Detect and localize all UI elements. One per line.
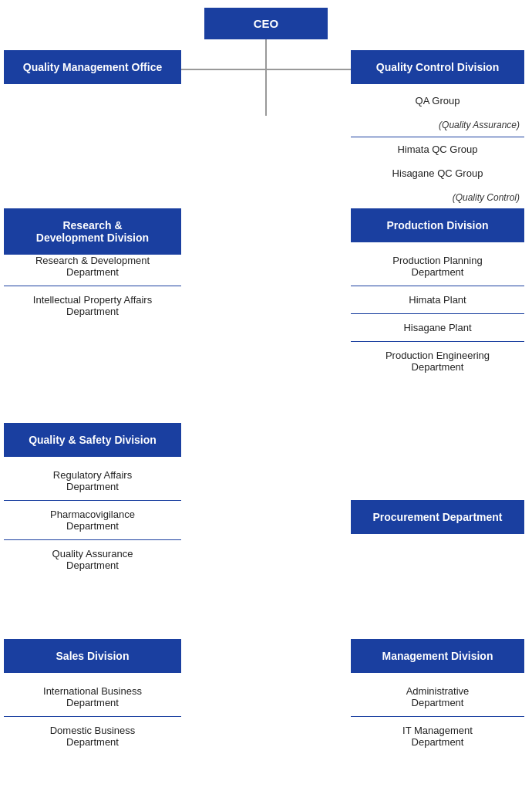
sd-label: Sales Division <box>56 650 130 662</box>
rd-department: Research & DevelopmentDepartment <box>4 247 181 286</box>
quality-control-note: (Quality Control) <box>351 185 524 209</box>
ip-department: Intellectual Property AffairsDepartment <box>4 286 181 325</box>
quality-safety-division-box: Quality & Safety Division <box>4 423 181 457</box>
qsd-label: Quality & Safety Division <box>29 434 157 446</box>
production-division-items: Production PlanningDepartment Himata Pla… <box>351 247 524 380</box>
pd-label: Production Division <box>386 219 488 232</box>
mgd-label: Management Division <box>382 650 493 662</box>
pharmacovigilance-dept: PharmacovigilanceDepartment <box>4 501 181 540</box>
production-division-box: Production Division <box>351 208 524 242</box>
ceo-label: CEO <box>254 17 279 30</box>
himata-qc-group: Himata QC Group <box>351 137 524 161</box>
qcd-label: Quality Control Division <box>376 61 499 73</box>
quality-management-office-box: Quality Management Office <box>4 50 181 84</box>
hisagane-plant: Hisagane Plant <box>351 314 524 342</box>
administrative-dept: AdministrativeDepartment <box>351 678 524 717</box>
quality-safety-division-items: Regulatory AffairsDepartment Pharmacovig… <box>4 461 181 579</box>
production-planning-dept: Production PlanningDepartment <box>351 247 524 286</box>
quality-control-division-items: QA Group (Quality Assurance) Himata QC G… <box>351 89 524 209</box>
qmo-label: Quality Management Office <box>23 61 162 73</box>
procurement-department-box: Procurement Department <box>351 500 524 534</box>
quality-assurance-dept: Quality AssuranceDepartment <box>4 540 181 579</box>
regulatory-affairs-dept: Regulatory AffairsDepartment <box>4 461 181 501</box>
hisagane-qc-group: Hisagane QC Group <box>351 161 524 185</box>
management-division-items: AdministrativeDepartment IT ManagementDe… <box>351 678 524 756</box>
rd-division-items: Research & DevelopmentDepartment Intelle… <box>4 247 181 325</box>
qa-group-item: QA Group <box>351 89 524 113</box>
proc-label: Procurement Department <box>372 511 502 523</box>
ceo-box: CEO <box>204 8 328 39</box>
qa-assurance-note: (Quality Assurance) <box>351 113 524 137</box>
himata-plant: Himata Plant <box>351 286 524 314</box>
quality-control-division-box: Quality Control Division <box>351 50 524 84</box>
rdd-label: Research &Development Division <box>36 219 149 244</box>
org-chart: CEO Quality Management Office Quality Co… <box>0 0 532 791</box>
international-business-dept: International BusinessDepartment <box>4 678 181 717</box>
management-division-box: Management Division <box>351 639 524 673</box>
domestic-business-dept: Domestic BusinessDepartment <box>4 717 181 756</box>
it-management-dept: IT ManagementDepartment <box>351 717 524 756</box>
production-engineering-dept: Production EngineeringDepartment <box>351 342 524 380</box>
sales-division-box: Sales Division <box>4 639 181 673</box>
sales-division-items: International BusinessDepartment Domesti… <box>4 678 181 756</box>
